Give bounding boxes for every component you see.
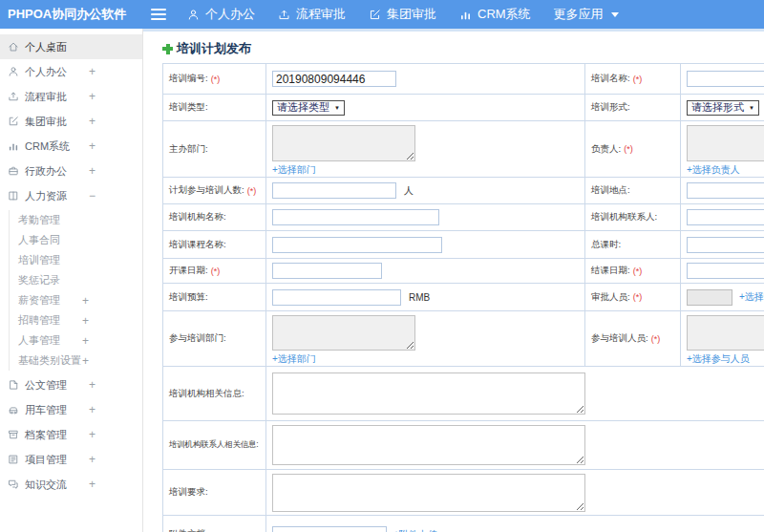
field-label: 审批人员:(*) — [585, 284, 681, 310]
plus-icon — [162, 44, 173, 54]
nav-item-group-approval[interactable]: 集团审批 — [369, 6, 436, 23]
sidebar-subitem-training[interactable]: 培训管理 — [10, 250, 142, 270]
training-name-input[interactable] — [687, 71, 764, 87]
expand-icon[interactable]: + — [89, 428, 96, 441]
sidebar-item-group-approval[interactable]: 集团审批 + — [0, 109, 142, 134]
join-depts-textarea[interactable] — [272, 315, 415, 351]
collapse-icon[interactable]: − — [89, 189, 96, 202]
clipboard-icon — [8, 454, 19, 465]
expand-icon[interactable]: + — [89, 478, 96, 491]
sidebar-item-archive-mgmt[interactable]: 档案管理 + — [0, 422, 142, 447]
expand-icon[interactable]: + — [89, 403, 96, 416]
training-no-input[interactable] — [272, 71, 396, 87]
choose-dept-link[interactable]: +选择部门 — [272, 163, 316, 177]
sidebar-item-workflow-approval[interactable]: 流程审批 + — [0, 84, 142, 109]
caret-down-icon: ▼ — [334, 105, 340, 111]
field-label: 培训名称:(*) — [585, 64, 681, 94]
choose-leader-link[interactable]: +选择负责人 — [687, 163, 740, 177]
end-date-input[interactable] — [687, 263, 764, 279]
attachment-upload-link[interactable]: +附件上传 — [393, 528, 437, 532]
host-dept-textarea[interactable] — [272, 125, 415, 161]
expand-icon[interactable]: + — [89, 453, 96, 466]
sidebar-item-admin-office[interactable]: 行政办公 + — [0, 159, 142, 183]
sidebar-item-document-mgmt[interactable]: 公文管理 + — [0, 372, 142, 397]
caret-down-icon — [611, 12, 619, 17]
attachment-input[interactable] — [272, 526, 387, 532]
sidebar-item-vehicle-mgmt[interactable]: 用车管理 + — [0, 397, 142, 422]
chat-icon — [8, 479, 19, 490]
choose-approver-link[interactable]: +选择审批人员 — [739, 290, 764, 304]
org-contact-input[interactable] — [687, 209, 764, 225]
form-row: 主办部门: +选择部门 负责人:(*) +选择负责人 — [163, 121, 764, 178]
location-input[interactable] — [687, 182, 764, 199]
form-row: 培训编号:(*) 培训名称:(*) — [163, 64, 764, 95]
org-contact-info-textarea[interactable] — [272, 425, 585, 465]
expand-icon[interactable]: + — [89, 90, 96, 103]
sidebar-item-project-mgmt[interactable]: 项目管理 + — [0, 447, 142, 472]
choose-participants-link[interactable]: +选择参与人员 — [687, 352, 750, 366]
field-label: 培训机构名称: — [163, 204, 266, 230]
budget-input[interactable] — [272, 289, 401, 306]
form-row: 培训机构名称: 培训机构联系人: — [163, 204, 764, 231]
approver-input[interactable] — [687, 289, 732, 306]
sidebar-subitem-reward-punishment[interactable]: 奖惩记录 — [10, 270, 142, 290]
expand-icon[interactable]: + — [82, 354, 89, 368]
field-label: 培训地点: — [585, 178, 681, 203]
expand-icon[interactable]: + — [89, 139, 96, 153]
form-row: 培训机构相关信息: — [163, 367, 764, 421]
sidebar-item-knowledge-exchange[interactable]: 知识交流 + — [0, 472, 142, 497]
sidebar-subitem-base-category[interactable]: 基础类别设置+ — [10, 351, 142, 371]
car-icon — [8, 404, 19, 415]
topbar: PHPOA协同办公软件 个人办公 流程审批 集团审批 CRM系统 更多应用 — [0, 0, 764, 29]
nav-item-personal-office[interactable]: 个人办公 — [187, 6, 255, 23]
field-label: 培训课程名称: — [163, 231, 266, 258]
expand-icon[interactable]: + — [82, 314, 89, 328]
edit-icon — [8, 116, 19, 127]
join-people-textarea[interactable] — [687, 315, 764, 351]
field-label: 参与培训人员:(*) — [585, 311, 681, 366]
expand-icon[interactable]: + — [89, 65, 96, 78]
user-icon — [8, 66, 19, 77]
org-name-input[interactable] — [272, 209, 439, 225]
field-label: 培训机构相关信息: — [163, 367, 266, 420]
training-form-table: 培训编号:(*) 培训名称:(*) 培训类型: 请选择类型▼ 培训形式: 请选择… — [162, 63, 764, 532]
sidebar-subitem-hr-contract[interactable]: 人事合同 — [10, 230, 142, 250]
document-icon — [8, 379, 19, 391]
field-label: 培训要求: — [163, 470, 266, 515]
sidebar-item-personal-office[interactable]: 个人办公 + — [0, 59, 142, 84]
org-info-textarea[interactable] — [272, 372, 585, 415]
expand-icon[interactable]: + — [82, 294, 89, 308]
training-form-select[interactable]: 请选择形式▼ — [687, 100, 759, 116]
sidebar-item-hr[interactable]: 人力资源 − — [0, 183, 142, 208]
field-label: 参与培训部门: — [163, 311, 266, 366]
expand-icon[interactable]: + — [89, 378, 96, 392]
sidebar-item-personal-desktop[interactable]: 个人桌面 — [0, 34, 142, 59]
nav-item-more-apps[interactable]: 更多应用 — [554, 6, 619, 23]
sidebar-subitem-attendance[interactable]: 考勤管理 — [10, 210, 142, 230]
training-type-select[interactable]: 请选择类型▼ — [272, 100, 345, 116]
start-date-input[interactable] — [272, 263, 382, 279]
expand-icon[interactable]: + — [82, 334, 89, 348]
leader-textarea[interactable] — [687, 125, 764, 161]
menu-icon[interactable] — [151, 9, 166, 20]
course-name-input[interactable] — [272, 237, 442, 253]
chart-icon — [8, 140, 19, 152]
expand-icon[interactable]: + — [89, 164, 96, 178]
planned-count-input[interactable] — [272, 182, 396, 199]
form-row: 培训预算: RMB 审批人员:(*) +选择审批人员 — [163, 284, 764, 311]
choose-dept-link[interactable]: +选择部门 — [272, 352, 316, 366]
form-row: 计划参与培训人数:(*) 人 培训地点: — [163, 178, 764, 204]
sidebar-subitem-salary[interactable]: 薪资管理+ — [10, 290, 142, 310]
sidebar: 个人桌面 个人办公 + 流程审批 + 集团审批 + CRM系统 + 行政办公 + — [0, 29, 143, 532]
training-req-textarea[interactable] — [272, 474, 585, 512]
sidebar-subitem-personnel[interactable]: 人事管理+ — [10, 330, 142, 351]
total-hours-input[interactable] — [687, 237, 764, 253]
expand-icon[interactable]: + — [89, 115, 96, 128]
field-label: 培训机构联系人: — [585, 204, 681, 230]
field-label: 总课时: — [585, 231, 681, 258]
nav-item-workflow-approval[interactable]: 流程审批 — [278, 6, 346, 23]
nav-item-crm[interactable]: CRM系统 — [459, 6, 531, 23]
sidebar-item-crm[interactable]: CRM系统 + — [0, 134, 142, 159]
home-icon — [8, 41, 19, 53]
sidebar-subitem-recruitment[interactable]: 招聘管理+ — [10, 310, 142, 330]
